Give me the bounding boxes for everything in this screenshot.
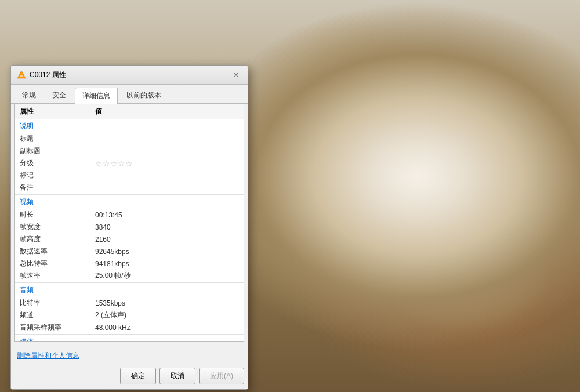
tab-details[interactable]: 详细信息 [75,88,118,104]
ok-button[interactable]: 确定 [120,368,156,384]
label-bitrate: 比特率 [20,298,95,308]
value-frame-height: 2160 [95,235,239,244]
label-channels: 频道 [20,310,95,320]
label-frame-rate: 帧速率 [20,271,95,281]
row-channels: 频道 2 (立体声) [15,309,244,321]
delete-properties-link[interactable]: 删除属性和个人信息 [14,349,79,365]
col-value-header: 值 [95,107,239,117]
label-sample-rate: 音频采样频率 [20,322,95,332]
tab-general[interactable]: 常规 [14,87,44,103]
value-frame-width: 3840 [95,223,239,231]
row-duration: 时长 00:13:45 [15,209,244,221]
row-subtitle: 副标题 [15,145,244,157]
tab-security[interactable]: 安全 [45,87,74,103]
vlc-icon [17,70,26,79]
row-notes: 备注 [15,182,244,194]
label-notes: 备注 [20,183,95,193]
col-property-header: 属性 [20,107,95,117]
row-tags: 标记 [15,169,244,182]
row-sample-rate: 音频采样频率 48.000 kHz [15,321,244,333]
close-button[interactable]: × [230,69,242,81]
row-frame-rate: 帧速率 25.00 帧/秒 [15,270,244,282]
label-data-rate: 数据速率 [20,246,95,256]
section-video: 视频 [15,195,244,209]
value-sample-rate: 48.000 kHz [95,324,239,332]
value-bitrate: 1535kbps [95,299,239,307]
svg-rect-1 [20,75,23,77]
label-subtitle: 副标题 [20,146,95,156]
row-data-rate: 数据速率 92645kbps [15,245,244,257]
apply-button[interactable]: 应用(A) [199,368,244,384]
table-header: 属性 值 [15,104,244,119]
title-bar: C0012 属性 × [11,66,248,85]
label-tags: 标记 [20,170,95,180]
section-media: 媒体 [15,335,244,342]
value-total-bitrate: 94181kbps [95,260,239,268]
divider-2 [15,282,244,283]
value-duration: 00:13:45 [95,211,239,219]
row-title: 标题 [15,133,244,145]
row-total-bitrate: 总比特率 94181kbps [15,257,244,270]
label-frame-height: 帧高度 [20,234,95,244]
section-audio: 音频 [15,284,244,297]
details-content: 属性 值 说明 标题 副标题 分级 ☆☆☆☆☆ 标记 备注 视频 时长 [14,104,244,342]
row-rating: 分级 ☆☆☆☆☆ [15,157,244,169]
tab-versions[interactable]: 以前的版本 [119,87,169,103]
button-row: 确定 取消 应用(A) [14,365,244,387]
value-rating[interactable]: ☆☆☆☆☆ [95,159,239,168]
tabs-bar: 常规 安全 详细信息 以前的版本 [11,85,248,104]
title-bar-left: C0012 属性 [17,70,66,80]
section-description: 说明 [15,119,244,133]
row-bitrate: 比特率 1535kbps [15,297,244,309]
row-frame-width: 帧宽度 3840 [15,221,244,233]
label-rating: 分级 [20,158,95,168]
value-channels: 2 (立体声) [95,310,239,320]
svg-marker-0 [17,71,26,78]
row-frame-height: 帧高度 2160 [15,233,244,245]
cancel-button[interactable]: 取消 [160,368,195,384]
value-frame-rate: 25.00 帧/秒 [95,271,239,281]
label-total-bitrate: 总比特率 [20,259,95,268]
divider-1 [15,194,244,195]
label-title: 标题 [20,134,95,144]
label-duration: 时长 [20,210,95,220]
label-frame-width: 帧宽度 [20,222,95,232]
properties-dialog: C0012 属性 × 常规 安全 详细信息 以前的版本 属性 值 说明 标题 副… [10,65,248,390]
dialog-bottom: 删除属性和个人信息 确定 取消 应用(A) [11,345,248,389]
dialog-title: C0012 属性 [30,70,66,80]
divider-3 [15,334,244,335]
value-data-rate: 92645kbps [95,248,239,256]
